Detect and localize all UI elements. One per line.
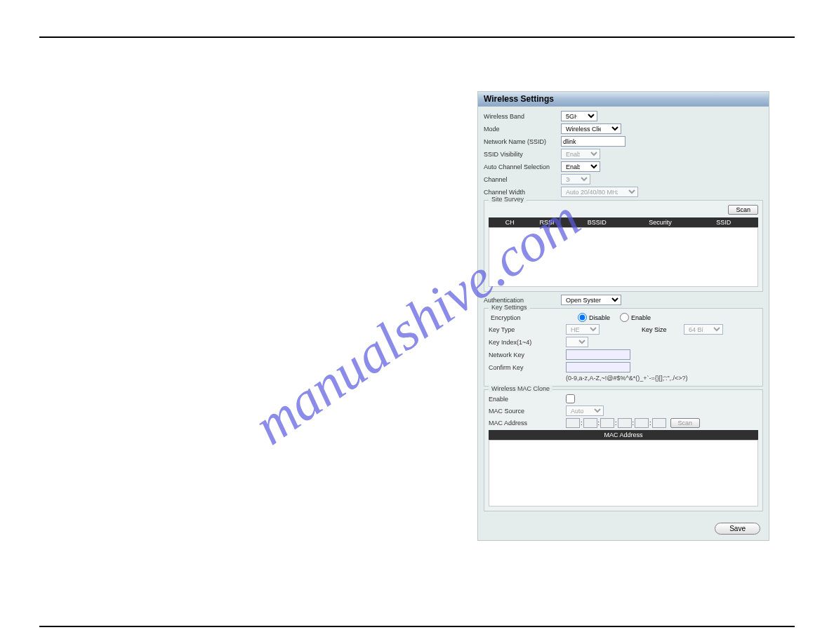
mac-octet-2 (583, 418, 597, 428)
channel-width-select: Auto 20/40/80 MHz (561, 187, 638, 197)
authentication-label: Authentication (484, 297, 561, 304)
mac-enable-label: Enable (489, 396, 566, 403)
network-key-label: Network Key (489, 351, 566, 358)
key-size-select: 64 Bits (684, 324, 723, 335)
encryption-label: Encryption (491, 314, 568, 321)
mac-enable-checkbox[interactable] (566, 394, 575, 403)
channel-width-label: Channel Width (484, 189, 561, 196)
col-security: Security (628, 219, 691, 226)
ssid-input[interactable] (561, 136, 626, 147)
mode-label: Mode (484, 126, 561, 133)
wireless-band-label: Wireless Band (484, 113, 561, 120)
channel-select: 36 (561, 174, 590, 185)
mac-octet-3 (600, 418, 614, 428)
auto-channel-select[interactable]: Enable (561, 161, 600, 172)
ssid-label: Network Name (SSID) (484, 138, 561, 145)
page-divider-bottom (39, 626, 795, 627)
key-size-label: Key Size (642, 326, 684, 333)
encryption-enable-label: Enable (631, 314, 651, 321)
authentication-select[interactable]: Open System (561, 295, 621, 305)
confirm-key-input (566, 362, 630, 373)
mac-scan-button: Scan (670, 418, 701, 428)
encryption-disable-radio[interactable] (578, 313, 587, 322)
site-survey-legend: Site Survey (489, 196, 527, 203)
encryption-disable-label: Disable (589, 314, 610, 321)
mac-octet-4 (618, 418, 632, 428)
mac-source-select: Auto (566, 405, 604, 416)
wireless-band-select[interactable]: 5GHz (561, 111, 597, 121)
site-survey-table-header: CH RSSI BSSID Security SSID (489, 217, 758, 227)
wireless-settings-panel: Wireless Settings Wireless Band 5GHz Mod… (477, 91, 769, 541)
key-index-select: 1 (566, 337, 588, 347)
encryption-enable-radio[interactable] (620, 313, 629, 322)
network-key-input (566, 349, 630, 360)
mac-octet-5 (635, 418, 649, 428)
key-index-label: Key Index(1~4) (489, 339, 566, 346)
confirm-key-label: Confirm Key (489, 364, 566, 371)
key-type-label: Key Type (489, 326, 566, 333)
site-survey-group: Site Survey Scan CH RSSI BSSID Security … (484, 200, 763, 292)
col-ch: CH (491, 219, 529, 226)
key-hint-text: (0-9,a-z,A-Z,~!@#$%^&*()_+`-={}[];':",./… (489, 375, 758, 382)
mac-clone-legend: Wireless MAC Clone (489, 385, 552, 392)
key-type-select: HEX (566, 324, 600, 335)
channel-label: Channel (484, 176, 561, 183)
col-rssi: RSSI (529, 219, 566, 226)
col-ssid: SSID (692, 219, 755, 226)
mac-table-header: MAC Address (489, 430, 758, 440)
mac-clone-group: Wireless MAC Clone Enable MAC Source Aut… (484, 389, 763, 511)
panel-title: Wireless Settings (478, 92, 769, 107)
mac-table-body (489, 440, 758, 507)
save-button[interactable]: Save (715, 523, 760, 535)
mac-octet-1 (566, 418, 580, 428)
key-settings-legend: Key Settings (489, 304, 530, 311)
col-bssid: BSSID (565, 219, 628, 226)
auto-channel-label: Auto Channel Selection (484, 163, 561, 170)
key-settings-group: Key Settings Encryption Disable Enable K… (484, 308, 763, 387)
mode-select[interactable]: Wireless Client (561, 123, 621, 134)
ssid-visibility-select: Enable (561, 149, 600, 159)
mac-octet-6 (652, 418, 666, 428)
site-survey-scan-button[interactable]: Scan (728, 205, 758, 215)
ssid-visibility-label: SSID Visibility (484, 151, 561, 158)
page-divider-top (39, 36, 795, 38)
mac-source-label: MAC Source (489, 408, 566, 415)
site-survey-table-body (489, 227, 758, 287)
mac-table-col: MAC Address (604, 431, 642, 438)
mac-address-label: MAC Address (489, 420, 566, 427)
